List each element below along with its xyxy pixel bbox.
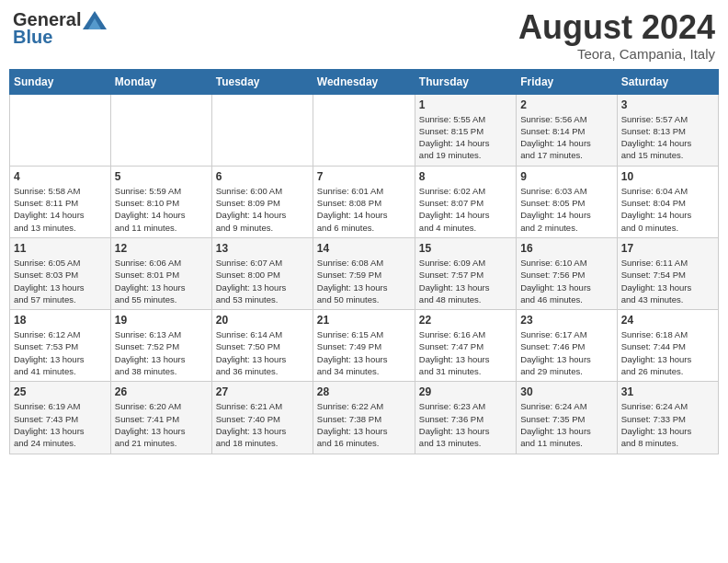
day-info: Sunrise: 5:57 AM Sunset: 8:13 PM Dayligh… bbox=[621, 113, 714, 162]
day-info: Sunrise: 6:07 AM Sunset: 8:00 PM Dayligh… bbox=[216, 257, 309, 305]
table-row: 22Sunrise: 6:16 AM Sunset: 7:47 PM Dayli… bbox=[415, 310, 516, 382]
day-number: 28 bbox=[317, 385, 411, 398]
day-info: Sunrise: 6:14 AM Sunset: 7:50 PM Dayligh… bbox=[216, 328, 309, 377]
day-number: 17 bbox=[621, 242, 714, 255]
day-number: 4 bbox=[14, 170, 107, 183]
day-number: 13 bbox=[216, 242, 309, 255]
day-info: Sunrise: 6:22 AM Sunset: 7:38 PM Dayligh… bbox=[317, 400, 411, 449]
table-row bbox=[313, 94, 415, 166]
table-row: 25Sunrise: 6:19 AM Sunset: 7:43 PM Dayli… bbox=[10, 382, 111, 454]
day-number: 26 bbox=[115, 385, 208, 398]
day-info: Sunrise: 6:06 AM Sunset: 8:01 PM Dayligh… bbox=[115, 257, 208, 305]
header-thursday: Thursday bbox=[415, 69, 516, 94]
day-number: 15 bbox=[419, 242, 512, 255]
table-row: 10Sunrise: 6:04 AM Sunset: 8:04 PM Dayli… bbox=[617, 166, 718, 237]
location: Teora, Campania, Italy bbox=[518, 46, 715, 62]
day-info: Sunrise: 6:09 AM Sunset: 7:57 PM Dayligh… bbox=[419, 257, 512, 305]
day-number: 31 bbox=[621, 385, 714, 398]
table-row: 4Sunrise: 5:58 AM Sunset: 8:11 PM Daylig… bbox=[10, 166, 111, 237]
month-title: August 2024 bbox=[518, 9, 715, 46]
table-row: 12Sunrise: 6:06 AM Sunset: 8:01 PM Dayli… bbox=[110, 237, 211, 309]
day-info: Sunrise: 6:11 AM Sunset: 7:54 PM Dayligh… bbox=[621, 257, 714, 305]
day-number: 19 bbox=[115, 314, 208, 327]
day-info: Sunrise: 6:17 AM Sunset: 7:46 PM Dayligh… bbox=[520, 328, 612, 377]
table-row: 11Sunrise: 6:05 AM Sunset: 8:03 PM Dayli… bbox=[10, 237, 111, 309]
table-row: 20Sunrise: 6:14 AM Sunset: 7:50 PM Dayli… bbox=[211, 310, 313, 382]
logo-icon bbox=[83, 11, 107, 29]
day-number: 24 bbox=[621, 314, 714, 327]
week-row-1: 1Sunrise: 5:55 AM Sunset: 8:15 PM Daylig… bbox=[10, 94, 719, 166]
day-number: 2 bbox=[520, 98, 612, 111]
header-sunday: Sunday bbox=[10, 69, 111, 94]
day-number: 5 bbox=[115, 170, 208, 183]
day-info: Sunrise: 6:23 AM Sunset: 7:36 PM Dayligh… bbox=[419, 400, 512, 449]
day-info: Sunrise: 6:08 AM Sunset: 7:59 PM Dayligh… bbox=[317, 257, 411, 305]
day-info: Sunrise: 6:00 AM Sunset: 8:09 PM Dayligh… bbox=[216, 185, 309, 234]
day-info: Sunrise: 6:02 AM Sunset: 8:07 PM Dayligh… bbox=[419, 185, 512, 234]
day-number: 21 bbox=[317, 314, 411, 327]
table-row: 13Sunrise: 6:07 AM Sunset: 8:00 PM Dayli… bbox=[211, 237, 313, 309]
table-row: 26Sunrise: 6:20 AM Sunset: 7:41 PM Dayli… bbox=[110, 382, 211, 454]
table-row: 21Sunrise: 6:15 AM Sunset: 7:49 PM Dayli… bbox=[313, 310, 415, 382]
table-row: 16Sunrise: 6:10 AM Sunset: 7:56 PM Dayli… bbox=[517, 237, 617, 309]
day-number: 25 bbox=[14, 385, 107, 398]
table-row: 31Sunrise: 6:24 AM Sunset: 7:33 PM Dayli… bbox=[617, 382, 718, 454]
week-row-5: 25Sunrise: 6:19 AM Sunset: 7:43 PM Dayli… bbox=[10, 382, 719, 454]
day-info: Sunrise: 6:18 AM Sunset: 7:44 PM Dayligh… bbox=[621, 328, 714, 377]
calendar-header-row: Sunday Monday Tuesday Wednesday Thursday… bbox=[10, 69, 719, 94]
day-info: Sunrise: 6:01 AM Sunset: 8:08 PM Dayligh… bbox=[317, 185, 411, 234]
day-number: 8 bbox=[419, 170, 512, 183]
day-info: Sunrise: 6:20 AM Sunset: 7:41 PM Dayligh… bbox=[115, 400, 208, 449]
page-header: General Blue August 2024 Teora, Campania… bbox=[9, 9, 719, 62]
table-row: 23Sunrise: 6:17 AM Sunset: 7:46 PM Dayli… bbox=[517, 310, 617, 382]
header-friday: Friday bbox=[517, 69, 617, 94]
table-row: 7Sunrise: 6:01 AM Sunset: 8:08 PM Daylig… bbox=[313, 166, 415, 237]
table-row: 1Sunrise: 5:55 AM Sunset: 8:15 PM Daylig… bbox=[415, 94, 516, 166]
day-info: Sunrise: 5:59 AM Sunset: 8:10 PM Dayligh… bbox=[115, 185, 208, 234]
day-number: 3 bbox=[621, 98, 714, 111]
table-row: 29Sunrise: 6:23 AM Sunset: 7:36 PM Dayli… bbox=[415, 382, 516, 454]
day-number: 18 bbox=[14, 314, 107, 327]
table-row: 24Sunrise: 6:18 AM Sunset: 7:44 PM Dayli… bbox=[617, 310, 718, 382]
day-number: 6 bbox=[216, 170, 309, 183]
table-row: 15Sunrise: 6:09 AM Sunset: 7:57 PM Dayli… bbox=[415, 237, 516, 309]
table-row: 18Sunrise: 6:12 AM Sunset: 7:53 PM Dayli… bbox=[10, 310, 111, 382]
title-block: August 2024 Teora, Campania, Italy bbox=[518, 9, 715, 62]
day-info: Sunrise: 6:03 AM Sunset: 8:05 PM Dayligh… bbox=[520, 185, 612, 234]
table-row: 17Sunrise: 6:11 AM Sunset: 7:54 PM Dayli… bbox=[617, 237, 718, 309]
day-info: Sunrise: 6:05 AM Sunset: 8:03 PM Dayligh… bbox=[14, 257, 107, 305]
table-row: 14Sunrise: 6:08 AM Sunset: 7:59 PM Dayli… bbox=[313, 237, 415, 309]
day-number: 10 bbox=[621, 170, 714, 183]
table-row: 30Sunrise: 6:24 AM Sunset: 7:35 PM Dayli… bbox=[517, 382, 617, 454]
day-info: Sunrise: 6:13 AM Sunset: 7:52 PM Dayligh… bbox=[115, 328, 208, 377]
day-info: Sunrise: 6:21 AM Sunset: 7:40 PM Dayligh… bbox=[216, 400, 309, 449]
day-info: Sunrise: 6:15 AM Sunset: 7:49 PM Dayligh… bbox=[317, 328, 411, 377]
table-row bbox=[110, 94, 211, 166]
logo: General Blue bbox=[13, 9, 107, 48]
day-info: Sunrise: 6:16 AM Sunset: 7:47 PM Dayligh… bbox=[419, 328, 512, 377]
day-number: 22 bbox=[419, 314, 512, 327]
week-row-4: 18Sunrise: 6:12 AM Sunset: 7:53 PM Dayli… bbox=[10, 310, 719, 382]
day-info: Sunrise: 6:19 AM Sunset: 7:43 PM Dayligh… bbox=[14, 400, 107, 449]
table-row: 5Sunrise: 5:59 AM Sunset: 8:10 PM Daylig… bbox=[110, 166, 211, 237]
day-number: 20 bbox=[216, 314, 309, 327]
table-row: 27Sunrise: 6:21 AM Sunset: 7:40 PM Dayli… bbox=[211, 382, 313, 454]
day-number: 12 bbox=[115, 242, 208, 255]
day-number: 9 bbox=[520, 170, 612, 183]
table-row bbox=[10, 94, 111, 166]
day-info: Sunrise: 6:24 AM Sunset: 7:35 PM Dayligh… bbox=[520, 400, 612, 449]
week-row-2: 4Sunrise: 5:58 AM Sunset: 8:11 PM Daylig… bbox=[10, 166, 719, 237]
table-row: 28Sunrise: 6:22 AM Sunset: 7:38 PM Dayli… bbox=[313, 382, 415, 454]
day-number: 23 bbox=[520, 314, 612, 327]
day-info: Sunrise: 6:04 AM Sunset: 8:04 PM Dayligh… bbox=[621, 185, 714, 234]
day-info: Sunrise: 6:24 AM Sunset: 7:33 PM Dayligh… bbox=[621, 400, 714, 449]
table-row: 2Sunrise: 5:56 AM Sunset: 8:14 PM Daylig… bbox=[517, 94, 617, 166]
day-number: 29 bbox=[419, 385, 512, 398]
header-saturday: Saturday bbox=[617, 69, 718, 94]
table-row bbox=[211, 94, 313, 166]
day-info: Sunrise: 5:58 AM Sunset: 8:11 PM Dayligh… bbox=[14, 185, 107, 234]
table-row: 9Sunrise: 6:03 AM Sunset: 8:05 PM Daylig… bbox=[517, 166, 617, 237]
table-row: 8Sunrise: 6:02 AM Sunset: 8:07 PM Daylig… bbox=[415, 166, 516, 237]
day-number: 11 bbox=[14, 242, 107, 255]
calendar-table: Sunday Monday Tuesday Wednesday Thursday… bbox=[9, 69, 719, 454]
